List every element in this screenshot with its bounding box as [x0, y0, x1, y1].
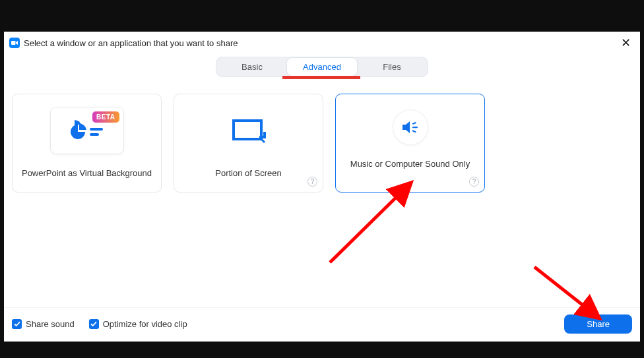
svg-rect-0	[11, 41, 16, 45]
titlebar: Select a window or an application that y…	[4, 32, 640, 54]
powerpoint-thumb: BETA	[51, 107, 123, 154]
option-powerpoint-virtual-background[interactable]: BETA PowerPoint as Virtual Background	[12, 94, 162, 193]
option-portion-of-screen[interactable]: Portion of Screen ?	[174, 94, 323, 193]
share-options: BETA PowerPoint as Virtual Background	[4, 79, 640, 193]
svg-rect-2	[90, 128, 103, 131]
svg-rect-6	[412, 122, 416, 125]
beta-badge: BETA	[92, 111, 119, 123]
dialog-footer: Share sound Optimize for video clip Shar…	[4, 307, 640, 342]
share-screen-dialog: Select a window or an application that y…	[4, 32, 640, 342]
svg-rect-4	[234, 121, 261, 139]
speaker-icon	[401, 119, 420, 135]
checkmark-icon	[12, 319, 22, 329]
svg-rect-3	[90, 133, 99, 136]
tab-advanced[interactable]: Advanced	[287, 58, 357, 76]
option-label: Portion of Screen	[215, 168, 281, 178]
checkbox-share-sound[interactable]: Share sound	[12, 319, 75, 329]
svg-rect-7	[412, 130, 416, 133]
close-icon[interactable]: ✕	[617, 36, 635, 50]
sound-thumb	[393, 110, 428, 144]
zoom-icon	[9, 38, 20, 48]
tab-files[interactable]: Files	[357, 58, 427, 76]
crop-rectangle-icon	[230, 117, 267, 144]
checkbox-label: Share sound	[26, 319, 75, 329]
help-icon[interactable]: ?	[469, 177, 479, 187]
tab-basic[interactable]: Basic	[217, 58, 287, 76]
tabs: Basic Advanced Files	[216, 57, 428, 77]
checkbox-label: Optimize for video clip	[103, 319, 187, 329]
portion-thumb	[212, 107, 285, 154]
dialog-title: Select a window or an application that y…	[24, 38, 238, 48]
option-label: PowerPoint as Virtual Background	[22, 168, 152, 178]
svg-rect-5	[412, 127, 418, 128]
help-icon[interactable]: ?	[307, 177, 317, 187]
share-button[interactable]: Share	[564, 314, 632, 334]
checkbox-optimize-video[interactable]: Optimize for video clip	[89, 319, 187, 329]
option-computer-sound-only[interactable]: Music or Computer Sound Only ?	[335, 94, 485, 193]
checkmark-icon	[89, 319, 99, 329]
option-label: Music or Computer Sound Only	[350, 159, 470, 169]
